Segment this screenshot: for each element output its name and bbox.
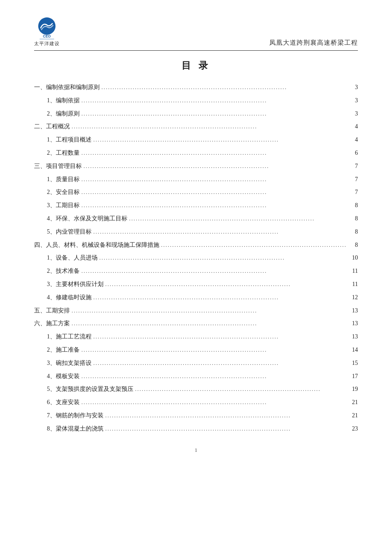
toc-item: 3、主要材料供应计划..............................… — [34, 279, 358, 289]
toc-item: 4、环保、水保及文明施工目标..........................… — [34, 214, 358, 224]
toc-page-number: 8 — [355, 240, 358, 250]
toc-item-label: 1、编制依据 — [47, 95, 80, 106]
toc-item: 二、工程概况..................................… — [34, 121, 358, 132]
page-number: 1 — [34, 447, 358, 454]
toc-page-number: 4 — [355, 135, 358, 145]
toc-dots: ........................................… — [81, 200, 353, 211]
toc-item-label: 2、工程数量 — [47, 148, 80, 158]
document-page: CEO 太平洋建设 凤凰大道跨荆襄高速桥梁工程 目 录 一、编制依据和编制原则.… — [0, 0, 392, 555]
toc-item-label: 1、工程项目概述 — [47, 135, 92, 145]
toc-dots: ........................................… — [81, 345, 350, 355]
toc-item-label: 5、支架预拱度的设置及支架预压 — [47, 384, 133, 394]
toc-dots: ........................................… — [93, 358, 350, 368]
toc-item: 1、工程项目概述................................… — [34, 135, 358, 145]
toc-page-number: 21 — [352, 397, 358, 408]
toc-item: 2、安全目标..................................… — [34, 187, 358, 197]
toc-item: 1、施工工艺流程................................… — [34, 332, 358, 342]
toc-item: 一、编制依据和编制原则.............................… — [34, 82, 358, 92]
toc-item: 5、支架预拱度的设置及支架预压.........................… — [34, 384, 358, 394]
toc-item: 4、模板安装..................................… — [34, 371, 358, 382]
toc-dots: ........................................… — [93, 292, 350, 303]
svg-text:CEO: CEO — [43, 34, 51, 38]
toc-item-label: 8、梁体混凝土的浇筑 — [47, 424, 104, 434]
toc-dots: ........................................… — [81, 95, 353, 106]
toc-item: 6、支座安装..................................… — [34, 397, 358, 408]
toc-dots: ........................................… — [81, 174, 353, 185]
logo-area: CEO 太平洋建设 — [34, 17, 60, 47]
page-header: CEO 太平洋建设 凤凰大道跨荆襄高速桥梁工程 — [34, 17, 358, 51]
toc-item-label: 1、质量目标 — [47, 174, 80, 185]
toc-item-label: 五、工期安排 — [34, 306, 70, 316]
toc-item-label: 6、支座安装 — [47, 397, 80, 408]
toc-page-number: 13 — [352, 332, 358, 342]
toc-dots: ........................................… — [81, 266, 351, 276]
toc-item-label: 4、模板安装 — [47, 371, 80, 382]
toc-page-number: 3 — [355, 95, 358, 106]
toc-page-number: 7 — [355, 187, 358, 197]
toc-page-number: 15 — [352, 358, 358, 368]
toc-page-number: 13 — [352, 318, 358, 329]
toc-page-number: 19 — [352, 384, 358, 394]
toc-page-number: 11 — [352, 266, 358, 276]
toc-page-number: 11 — [352, 279, 358, 289]
toc-item: 2、编制原则..................................… — [34, 109, 358, 119]
toc-item: 8、梁体混凝土的浇筑..............................… — [34, 424, 358, 434]
toc-dots: ........................................… — [81, 109, 353, 119]
document-title: 目 录 — [34, 59, 358, 72]
toc-page-number: 3 — [355, 82, 358, 92]
toc-item-label: 二、工程概况 — [34, 121, 70, 132]
toc-item: 三、项目管理目标................................… — [34, 161, 358, 171]
toc-page-number: 23 — [352, 424, 358, 434]
toc-page-number: 3 — [355, 109, 358, 119]
toc-item: 2、技术准备..................................… — [34, 266, 358, 276]
project-title-header: 凤凰大道跨荆襄高速桥梁工程 — [269, 39, 358, 47]
toc-page-number: 7 — [355, 174, 358, 185]
toc-container: 一、编制依据和编制原则.............................… — [34, 82, 358, 434]
toc-dots: ........................................… — [93, 135, 353, 145]
toc-item-label: 2、安全目标 — [47, 187, 80, 197]
toc-item-label: 4、环保、水保及文明施工目标 — [47, 214, 127, 224]
toc-item-label: 2、技术准备 — [47, 266, 80, 276]
toc-item-label: 1、施工工艺流程 — [47, 332, 92, 342]
toc-item: 四、人员、材料、机械设备和现场施工保障措施...................… — [34, 240, 358, 250]
toc-item: 1、编制依据..................................… — [34, 95, 358, 106]
toc-page-number: 7 — [355, 161, 358, 171]
toc-page-number: 8 — [355, 200, 358, 211]
toc-dots: ........................................… — [99, 253, 350, 263]
toc-dots: ........................................… — [81, 371, 350, 382]
toc-item: 5、内业管理目标................................… — [34, 227, 358, 237]
toc-item: 3、工期目标..................................… — [34, 200, 358, 211]
toc-dots: ........................................… — [105, 424, 350, 434]
toc-item: 4、修建临时设施................................… — [34, 292, 358, 303]
toc-dots: ........................................… — [72, 318, 350, 329]
toc-page-number: 10 — [352, 253, 358, 263]
toc-dots: ........................................… — [129, 214, 353, 224]
toc-item: 2、工程数量..................................… — [34, 148, 358, 158]
toc-item-label: 1、设备、人员进场 — [47, 253, 98, 263]
toc-item-label: 4、修建临时设施 — [47, 292, 92, 303]
toc-page-number: 13 — [352, 306, 358, 316]
toc-item: 六、施工方案..................................… — [34, 318, 358, 329]
toc-item: 7、钢筋的制作与安装..............................… — [34, 410, 358, 421]
toc-item-label: 2、编制原则 — [47, 109, 80, 119]
toc-dots: ........................................… — [93, 332, 350, 342]
toc-dots: ........................................… — [135, 384, 350, 394]
toc-page-number: 12 — [352, 292, 358, 303]
toc-dots: ........................................… — [84, 161, 353, 171]
toc-item-label: 7、钢筋的制作与安装 — [47, 410, 104, 421]
toc-page-number: 21 — [352, 410, 358, 421]
toc-page-number: 6 — [355, 148, 358, 158]
toc-item: 五、工期安排..................................… — [34, 306, 358, 316]
toc-dots: ........................................… — [93, 227, 353, 237]
company-logo: CEO — [34, 17, 60, 40]
company-name-label: 太平洋建设 — [34, 40, 60, 47]
toc-page-number: 17 — [352, 371, 358, 382]
toc-item: 1、质量目标..................................… — [34, 174, 358, 185]
toc-item: 1、设备、人员进场...............................… — [34, 253, 358, 263]
toc-page-number: 4 — [355, 121, 358, 132]
toc-item: 3、碗扣支架搭设................................… — [34, 358, 358, 368]
toc-dots: ........................................… — [81, 148, 353, 158]
toc-item-label: 3、碗扣支架搭设 — [47, 358, 92, 368]
toc-item-label: 四、人员、材料、机械设备和现场施工保障措施 — [34, 240, 159, 250]
toc-dots: ........................................… — [105, 410, 350, 421]
